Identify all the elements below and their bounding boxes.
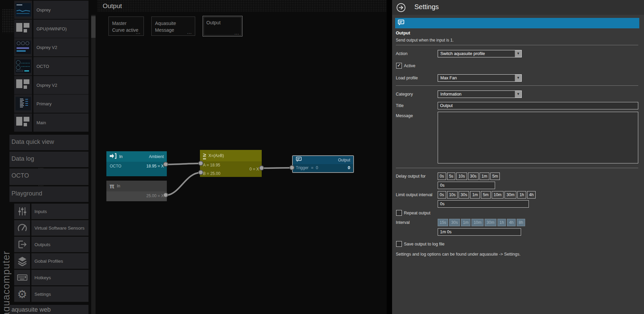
workspace-title: Output (103, 2, 122, 10)
tab-more-button[interactable]: ... (234, 30, 239, 35)
message-icon (296, 157, 302, 163)
sidebar-device-main[interactable]: Main ⚙ (14, 113, 88, 132)
limit-preset-button[interactable]: 1h (517, 191, 526, 199)
section-label: OCTO (11, 172, 29, 179)
limit-preset-button[interactable]: 5m (481, 191, 491, 199)
device-label: Osprey (36, 7, 51, 12)
device-thumbnail (14, 1, 32, 19)
keyboard-icon (14, 270, 30, 285)
sidebar-device-osprey-v2[interactable]: Osprey V2 ⚙ (14, 38, 88, 56)
collapse-arrow-icon[interactable] (396, 3, 406, 14)
sidebar-device-octo[interactable]: OCTO ⚙ (14, 57, 88, 75)
device-label: OCTO (36, 64, 49, 69)
sidebar-device-osprey-v2-2[interactable]: Osprey V2 ⚙ (14, 76, 88, 94)
limit-preset-button[interactable]: 30m (505, 191, 516, 199)
port-output-in[interactable] (289, 165, 294, 170)
trigger-value: Trigger = 0 (296, 165, 318, 170)
interval-preset-button: 10m (471, 219, 483, 226)
sidebar-item-gobal-profiles[interactable]: Gobal Profiles (14, 253, 88, 269)
tab-more-button[interactable]: ... (187, 30, 192, 35)
chevron-down-icon[interactable]: ▼ (515, 91, 521, 98)
title-label: Title (396, 103, 404, 108)
section-label: Data log (11, 155, 34, 162)
selected-output-item-bar[interactable] (395, 18, 639, 28)
sidebar-device-osprey[interactable]: Osprey ⚙ (14, 1, 88, 19)
sidebar-section-data-log[interactable]: Data log (9, 152, 88, 167)
action-label: Action (396, 51, 408, 56)
limit-preset-button[interactable]: 0s (438, 191, 446, 199)
node-input-constant[interactable]: π In 25.00 = X (106, 181, 167, 201)
input-a-value: A = 18.95 (203, 163, 220, 167)
load-profile-dropdown[interactable]: Max Fan ▼ (438, 74, 522, 82)
delay-preset-button[interactable]: 5s (447, 173, 456, 180)
port-ambient-out[interactable] (163, 162, 168, 167)
device-label: Main (36, 120, 46, 125)
action-dropdown[interactable]: Switch aquasuite profile ▼ (438, 50, 522, 57)
tab-output-selected[interactable]: Output ... (203, 16, 242, 36)
port-comparator-out[interactable] (259, 165, 264, 171)
canvas-scrollbar-track[interactable] (91, 15, 96, 314)
node-header: In Ambient (106, 151, 167, 162)
sidebar-item-inputs[interactable]: Inputs (14, 204, 88, 219)
load-profile-label: Load profile (396, 76, 418, 80)
sidebar-section-playground[interactable]: Playground (9, 186, 88, 202)
limit-preset-button[interactable]: 10s (447, 191, 458, 199)
category-dropdown[interactable]: Information ▼ (438, 90, 522, 98)
sidebar-item-hotkeys[interactable]: Hotkeys (14, 270, 88, 285)
port-comparator-a-in[interactable] (198, 161, 203, 166)
node-type-label: In (117, 184, 120, 188)
action-dropdown-value: Switch aquasuite profile (440, 51, 485, 56)
node-device-label: OCTO (110, 164, 121, 168)
delay-input[interactable] (438, 182, 495, 189)
active-checkbox[interactable]: ✓ (396, 63, 402, 69)
sidebar-device-gpu-hwinfo[interactable]: GPU(HWINFO) ⚙ (14, 20, 88, 38)
limit-preset-button[interactable]: 4h (527, 191, 536, 199)
delay-preset-button[interactable]: 1m (480, 173, 489, 180)
delay-preset-button[interactable]: 10s (456, 173, 467, 180)
output-value: 0 (348, 165, 350, 170)
canvas-scrollbar-thumb[interactable] (91, 16, 96, 38)
item-cell: Outputs (31, 237, 88, 252)
aquasuite-window: aquacomputer Osprey ⚙ GPU(HWINFO) ⚙ Ospr… (0, 0, 644, 314)
delay-preset-button[interactable]: 5m (490, 173, 500, 180)
sidebar-section-octo[interactable]: OCTO (9, 168, 88, 185)
node-output-selected[interactable]: Output Trigger = 0 0 (292, 155, 354, 173)
tab-master-curve[interactable]: Master Curve active ... (108, 17, 144, 36)
limit-preset-button[interactable]: 1m (470, 191, 480, 199)
message-textarea[interactable] (438, 112, 638, 163)
device-thumbnail (14, 57, 32, 75)
port-constant-out[interactable] (163, 192, 168, 198)
settings-panel-title: Settings (414, 3, 439, 11)
tab-more-button[interactable]: ... (136, 30, 140, 35)
chevron-down-icon[interactable]: ▼ (515, 75, 521, 81)
limit-preset-button[interactable]: 10m (492, 191, 504, 199)
sidebar-section-aquasuite-web[interactable]: aquasuite web (9, 305, 88, 314)
interval-preset-button: 4h (507, 219, 515, 226)
tab-aquasuite-message[interactable]: Aquasuite Message ... (151, 17, 195, 36)
node-output-value: 25.00 = X (146, 193, 164, 198)
limit-input[interactable] (438, 200, 529, 208)
output-description: Send output when the input is 1. (396, 38, 454, 43)
sidebar-section-data-quick-view[interactable]: Data quick view (9, 135, 88, 150)
limit-preset-button[interactable]: 30s (459, 191, 469, 199)
interval-input[interactable] (438, 228, 521, 236)
device-row-cell: Primary ⚙ (33, 95, 88, 113)
node-comparator[interactable]: ≥ X=(A≥B) A = 18.95 B = 25.00 0 = X (200, 150, 262, 177)
delay-preset-button[interactable]: 0s (438, 173, 446, 180)
sidebar-item-virtual-software-sensors[interactable]: Virtual Software Sensors (14, 220, 88, 236)
node-input-ambient[interactable]: In Ambient OCTO 18.95 = X (106, 151, 167, 176)
sidebar-item-outputs[interactable]: Outputs (14, 237, 88, 252)
delay-preset-button[interactable]: 30s (468, 173, 479, 180)
item-label: Virtual Software Sensors (34, 226, 84, 231)
settings-panel: Settings Output Send output when the inp… (392, 0, 644, 314)
layers-icon (14, 253, 30, 269)
save-log-checkbox[interactable] (396, 241, 402, 247)
sidebar-device-primary[interactable]: Primary ⚙ (14, 95, 88, 113)
sidebar-item-settings[interactable]: ⚙ Settings (14, 286, 88, 302)
chevron-down-icon[interactable]: ▼ (515, 50, 521, 57)
interval-preset-button: 8h (517, 219, 525, 226)
port-comparator-b-in[interactable] (198, 170, 203, 175)
device-label: GPU(HWINFO) (36, 26, 67, 31)
title-input[interactable] (438, 102, 638, 109)
repeat-output-checkbox[interactable] (396, 210, 402, 216)
